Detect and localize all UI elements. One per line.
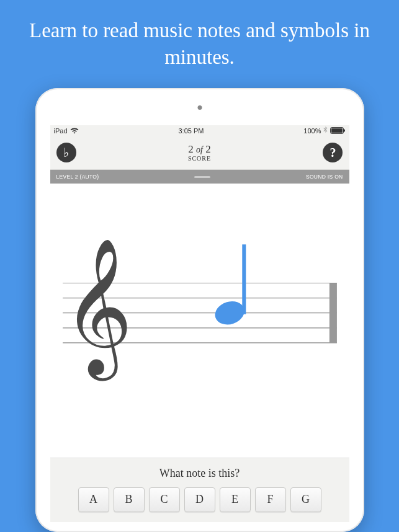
score-total: 2	[205, 143, 211, 155]
svg-rect-2	[344, 130, 345, 132]
status-time: 3:05 PM	[178, 127, 204, 135]
question-area: What note is this? A B C D E F G	[50, 458, 349, 522]
svg-point-8	[212, 298, 247, 328]
answer-button-c[interactable]: C	[149, 487, 180, 512]
score-display: 2 of 2 SCORE	[188, 143, 211, 162]
question-prompt: What note is this?	[56, 467, 343, 480]
device-label: iPad	[54, 127, 68, 135]
tablet-frame: iPad 3:05 PM 100% ♭	[35, 88, 364, 532]
battery-icon	[330, 127, 345, 134]
promo-headline: Learn to read music notes and symbols in…	[0, 0, 399, 86]
flat-icon: ♭	[63, 146, 69, 159]
barline	[329, 283, 336, 343]
answer-button-b[interactable]: B	[114, 487, 145, 512]
answer-button-g[interactable]: G	[290, 487, 321, 512]
bluetooth-icon	[323, 126, 328, 135]
app-header: ♭ 2 of 2 SCORE ?	[50, 136, 349, 170]
wifi-icon	[70, 128, 79, 134]
music-staff: 𝄞	[50, 208, 349, 433]
staff-area: 𝄞	[50, 184, 349, 458]
score-label: SCORE	[188, 155, 211, 162]
app-screen: iPad 3:05 PM 100% ♭	[50, 125, 349, 522]
svg-rect-9	[242, 244, 246, 314]
battery-percent: 100%	[303, 127, 321, 135]
answer-button-e[interactable]: E	[220, 487, 251, 512]
question-mark-icon: ?	[330, 146, 336, 160]
treble-clef-icon: 𝄞	[63, 240, 133, 381]
sound-label: SOUND IS ON	[306, 174, 343, 180]
accidentals-button[interactable]: ♭	[56, 143, 76, 162]
level-label: LEVEL 2 (AUTO)	[56, 174, 99, 180]
answer-button-d[interactable]: D	[184, 487, 215, 512]
drag-handle-icon	[194, 176, 210, 178]
score-current: 2	[188, 143, 194, 155]
answer-row: A B C D E F G	[56, 487, 343, 512]
answer-button-a[interactable]: A	[78, 487, 109, 512]
quarter-note-icon	[212, 244, 247, 328]
settings-banner[interactable]: LEVEL 2 (AUTO) SOUND IS ON	[50, 170, 349, 184]
score-of: of	[196, 145, 203, 154]
tablet-camera	[197, 105, 202, 110]
status-bar: iPad 3:05 PM 100%	[50, 125, 349, 136]
answer-button-f[interactable]: F	[255, 487, 286, 512]
help-button[interactable]: ?	[323, 143, 343, 162]
svg-rect-1	[331, 128, 343, 133]
